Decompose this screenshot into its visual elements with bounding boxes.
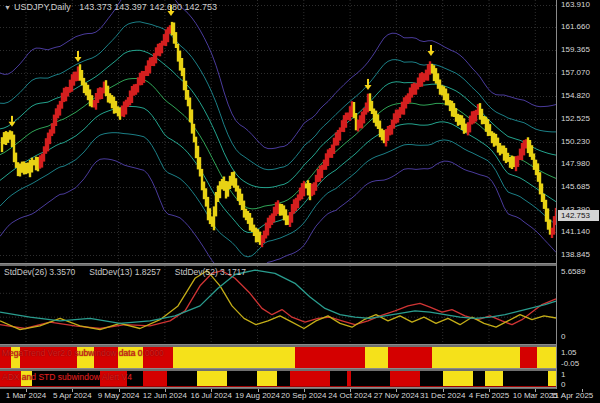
time-axis-label: 1 Mar 2024	[6, 391, 46, 400]
stddev26-label: StdDev(26) 3.3570	[4, 267, 75, 277]
megatrend-strip-panel[interactable]: MegaTrend Ver2.0 subwindow data 0.0000	[0, 347, 600, 368]
subwindow-tick-label: 1	[561, 370, 565, 379]
price-tick-label: 141.140	[561, 227, 590, 236]
symbol-dropdown-icon[interactable]: ▼	[4, 4, 11, 11]
signal-bar-red	[388, 347, 432, 368]
signal-bar-yellow	[365, 347, 388, 368]
alert-strip-panel[interactable]: ADX and STD subwindow Alert V4	[0, 371, 600, 387]
price-tick-label: 163.910	[561, 0, 590, 9]
price-tick-label: 154.820	[561, 91, 590, 100]
subwindow-tick-label: 5.6589	[561, 267, 585, 276]
signal-bar-yellow	[197, 371, 227, 387]
signal-bar-red	[143, 371, 167, 387]
symbol-period-label: USDJPY,Daily	[14, 2, 71, 12]
time-axis-label: 9 May 2024	[98, 391, 140, 400]
signal-bar-yellow	[443, 371, 473, 387]
time-axis[interactable]: 1 Mar 20245 Apr 20249 May 202412 Jun 202…	[0, 389, 600, 403]
ohlc-values: 143.373 143.397 142.680 142.753	[79, 2, 217, 12]
time-axis-label: 27 Nov 2024	[374, 391, 419, 400]
current-price-tag: 142.753	[558, 210, 599, 221]
price-tick-label: 152.525	[561, 114, 590, 123]
signal-bar-red	[295, 347, 365, 368]
signal-bar-red	[390, 371, 420, 387]
time-axis-label: 20 Sep 2024	[281, 391, 326, 400]
main-chart-panel[interactable]: ▼USDJPY,Daily 143.373 143.397 142.680 14…	[0, 0, 600, 263]
sell-arrow-icon	[428, 45, 435, 56]
time-axis-label: 12 Jun 2024	[143, 391, 187, 400]
price-tick-label: 157.070	[561, 68, 590, 77]
signal-bar-red	[290, 371, 330, 387]
price-tick-label: 150.230	[561, 137, 590, 146]
signal-bar-yellow	[548, 371, 556, 387]
stddev-labels: StdDev(26) 3.3570StdDev(13) 1.8257StdDev…	[4, 267, 260, 277]
price-tick-label: 159.365	[561, 45, 590, 54]
price-tick-label: 145.685	[561, 182, 590, 191]
stddev52-label: StdDev(52) 3.1717	[175, 267, 246, 277]
stddev-chart-canvas[interactable]	[0, 266, 600, 344]
signal-bar-red	[347, 371, 351, 387]
subwindow-tick-label: 1.05	[561, 348, 577, 357]
time-axis-label: 11 Apr 2025	[551, 391, 594, 400]
price-tick-label: 161.660	[561, 22, 590, 31]
price-chart-canvas[interactable]	[0, 0, 600, 263]
time-axis-label: 16 Jul 2024	[191, 391, 232, 400]
signal-bar-yellow	[485, 371, 503, 387]
mt4-chart-window: ▼USDJPY,Daily 143.373 143.397 142.680 14…	[0, 0, 600, 403]
time-axis-label: 31 Dec 2024	[420, 391, 465, 400]
time-axis-label: 5 Apr 2024	[53, 391, 92, 400]
sell-arrow-icon	[75, 51, 82, 62]
price-tick-label: 147.980	[561, 159, 590, 168]
time-axis-label: 4 Feb 2025	[469, 391, 509, 400]
price-axis[interactable]: 142.753 163.910161.660159.365157.070154.…	[556, 0, 600, 389]
time-axis-label: 19 Aug 2024	[235, 391, 280, 400]
subwindow-tick-label: -0.05	[561, 359, 579, 368]
megatrend-strip-label: MegaTrend Ver2.0 subwindow data 0.0000	[2, 348, 164, 358]
stddev-line-StdDev(13)	[0, 271, 556, 330]
stddev-indicator-panel[interactable]: StdDev(26) 3.3570StdDev(13) 1.8257StdDev…	[0, 266, 600, 344]
signal-bar-yellow	[257, 371, 277, 387]
stddev-line-StdDev(52)	[0, 270, 556, 323]
signal-bar-yellow	[432, 347, 520, 368]
stddev-line-StdDev(26)	[0, 271, 556, 329]
sell-arrow-icon	[365, 79, 372, 90]
signal-bar-yellow	[173, 347, 295, 368]
subwindow-tick-label: 0	[561, 380, 565, 389]
alert-strip-label: ADX and STD subwindow Alert V4	[2, 372, 132, 382]
stddev13-label: StdDev(13) 1.8257	[89, 267, 160, 277]
signal-bar-red	[520, 347, 537, 368]
price-tick-label: 138.845	[561, 250, 590, 259]
signal-bar-yellow	[537, 347, 556, 368]
time-axis-label: 24 Oct 2024	[328, 391, 372, 400]
chart-title: ▼USDJPY,Daily 143.373 143.397 142.680 14…	[4, 2, 217, 12]
subwindow-tick-label: 0	[561, 332, 565, 341]
